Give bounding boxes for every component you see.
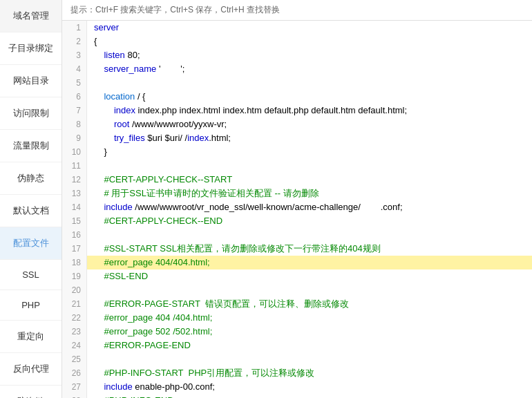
code-line-27[interactable]: 27 include enable-php-00.conf; (62, 380, 532, 394)
sidebar-item-hotlink[interactable]: 防盗链 (0, 386, 61, 398)
code-editor[interactable]: 1server2{3 listen 80;4 server_name ' ';5… (62, 21, 532, 398)
code-line-25[interactable]: 25 (62, 352, 532, 366)
line-number: 8 (62, 117, 87, 131)
line-number: 22 (62, 311, 87, 325)
line-content: #CERT-APPLY-CHECK--END (87, 214, 532, 228)
line-number: 16 (62, 228, 87, 242)
line-content: server (87, 21, 532, 35)
line-content: # 用于SSL证书申请时的文件验证相关配置 -- 请勿删除 (87, 187, 532, 200)
line-number: 5 (62, 76, 87, 90)
code-line-24[interactable]: 24 #ERROR-PAGE-END (62, 339, 532, 352)
line-number: 3 (62, 48, 87, 62)
line-content: server_name ' '; (87, 62, 532, 76)
line-number: 21 (62, 297, 87, 311)
line-number: 28 (62, 394, 87, 398)
line-number: 14 (62, 200, 87, 214)
code-line-22[interactable]: 22 #error_page 404 /404.html; (62, 311, 532, 325)
code-line-15[interactable]: 15 #CERT-APPLY-CHECK--END (62, 214, 532, 228)
line-number: 15 (62, 214, 87, 228)
line-content: index index.php index.html index.htm def… (87, 104, 532, 117)
line-number: 12 (62, 173, 87, 187)
line-number: 10 (62, 145, 87, 159)
line-content: #error_page 404/404.html; (87, 256, 532, 269)
sidebar-item-subdir[interactable]: 子目录绑定 (0, 32, 61, 65)
sidebar-item-pseudo[interactable]: 伪静态 (0, 162, 61, 195)
line-number: 1 (62, 21, 87, 35)
line-content: #SSL-START SSL相关配置，请勿删除或修改下一行带注释的404规则 (87, 242, 532, 256)
line-content: #PHP-INFO-START PHP引用配置，可以注释或修改 (87, 366, 532, 380)
code-line-26[interactable]: 26 #PHP-INFO-START PHP引用配置，可以注释或修改 (62, 366, 532, 380)
line-number: 20 (62, 283, 87, 297)
line-content: #error_page 404 /404.html; (87, 311, 532, 325)
sidebar-item-php[interactable]: PHP (0, 290, 61, 321)
sidebar-item-ssl[interactable]: SSL (0, 260, 61, 290)
hint-bar: 提示：Ctrl+F 搜索关键字，Ctrl+S 保存，Ctrl+H 查找替换 (62, 0, 532, 21)
code-line-10[interactable]: 10 } (62, 145, 532, 159)
code-line-5[interactable]: 5 (62, 76, 532, 90)
line-content: location / { (87, 90, 532, 104)
code-line-19[interactable]: 19 #SSL-END (62, 269, 532, 283)
line-number: 11 (62, 159, 87, 173)
code-line-16[interactable]: 16 (62, 228, 532, 242)
line-number: 17 (62, 242, 87, 256)
code-line-21[interactable]: 21 #ERROR-PAGE-START 错误页配置，可以注释、删除或修改 (62, 297, 532, 311)
code-lines: 1server2{3 listen 80;4 server_name ' ';5… (62, 21, 532, 398)
line-content: #ERROR-PAGE-START 错误页配置，可以注释、删除或修改 (87, 297, 532, 311)
code-line-23[interactable]: 23 #error_page 502 /502.html; (62, 325, 532, 339)
sidebar-item-reverse-proxy[interactable]: 反向代理 (0, 353, 61, 386)
line-content: #error_page 502 /502.html; (87, 325, 532, 339)
line-number: 6 (62, 90, 87, 104)
code-line-8[interactable]: 8 root /www/wwwroot/yyxw-vr; (62, 117, 532, 131)
line-content: #CERT-APPLY-CHECK--START (87, 173, 532, 187)
line-number: 27 (62, 380, 87, 394)
line-number: 7 (62, 104, 87, 117)
line-content: #PHP-INFO-END (87, 394, 532, 398)
line-content: } (87, 145, 532, 159)
line-number: 18 (62, 256, 87, 269)
code-line-28[interactable]: 28 #PHP-INFO-END (62, 394, 532, 398)
code-line-20[interactable]: 20 (62, 283, 532, 297)
line-content: root /www/wwwroot/yyxw-vr; (87, 117, 532, 131)
line-number: 19 (62, 269, 87, 283)
sidebar-item-default-doc[interactable]: 默认文档 (0, 195, 61, 227)
line-number: 24 (62, 339, 87, 352)
line-number: 4 (62, 62, 87, 76)
code-line-4[interactable]: 4 server_name ' '; (62, 62, 532, 76)
line-content: #ERROR-PAGE-END (87, 339, 532, 352)
code-line-14[interactable]: 14 include /www/wwwroot/vr_node_ssl/well… (62, 200, 532, 214)
code-line-1[interactable]: 1server (62, 21, 532, 35)
line-number: 23 (62, 325, 87, 339)
code-line-3[interactable]: 3 listen 80; (62, 48, 532, 62)
line-number: 2 (62, 35, 87, 48)
code-line-12[interactable]: 12 #CERT-APPLY-CHECK--START (62, 173, 532, 187)
code-line-11[interactable]: 11 (62, 159, 532, 173)
hint-text: 提示：Ctrl+F 搜索关键字，Ctrl+S 保存，Ctrl+H 查找替换 (70, 5, 280, 15)
sidebar-item-webdir[interactable]: 网站目录 (0, 65, 61, 97)
code-line-18[interactable]: 18 #error_page 404/404.html; (62, 256, 532, 269)
line-content: { (87, 35, 532, 48)
line-number: 25 (62, 352, 87, 366)
sidebar: 域名管理 子目录绑定 网站目录 访问限制 流量限制 伪静态 默认文档 配置文件 … (0, 0, 62, 398)
sidebar-item-redirect[interactable]: 重定向 (0, 321, 61, 353)
code-line-17[interactable]: 17 #SSL-START SSL相关配置，请勿删除或修改下一行带注释的404规… (62, 242, 532, 256)
sidebar-item-traffic[interactable]: 流量限制 (0, 130, 61, 162)
line-content: include enable-php-00.conf; (87, 380, 532, 394)
line-number: 26 (62, 366, 87, 380)
code-line-13[interactable]: 13 # 用于SSL证书申请时的文件验证相关配置 -- 请勿删除 (62, 187, 532, 200)
code-line-6[interactable]: 6 location / { (62, 90, 532, 104)
line-number: 9 (62, 131, 87, 145)
line-content: try_files $uri $uri/ /index.html; (87, 131, 532, 145)
main-content: 提示：Ctrl+F 搜索关键字，Ctrl+S 保存，Ctrl+H 查找替换 1s… (62, 0, 532, 398)
code-line-2[interactable]: 2{ (62, 35, 532, 48)
line-content: #SSL-END (87, 269, 532, 283)
line-content: listen 80; (87, 48, 532, 62)
code-line-9[interactable]: 9 try_files $uri $uri/ /index.html; (62, 131, 532, 145)
sidebar-item-access[interactable]: 访问限制 (0, 97, 61, 130)
line-number: 13 (62, 187, 87, 200)
sidebar-item-config[interactable]: 配置文件 (0, 227, 61, 260)
sidebar-item-domain[interactable]: 域名管理 (0, 0, 61, 32)
code-line-7[interactable]: 7 index index.php index.html index.htm d… (62, 104, 532, 117)
line-content: include /www/wwwroot/vr_node_ssl/well-kn… (87, 200, 532, 214)
